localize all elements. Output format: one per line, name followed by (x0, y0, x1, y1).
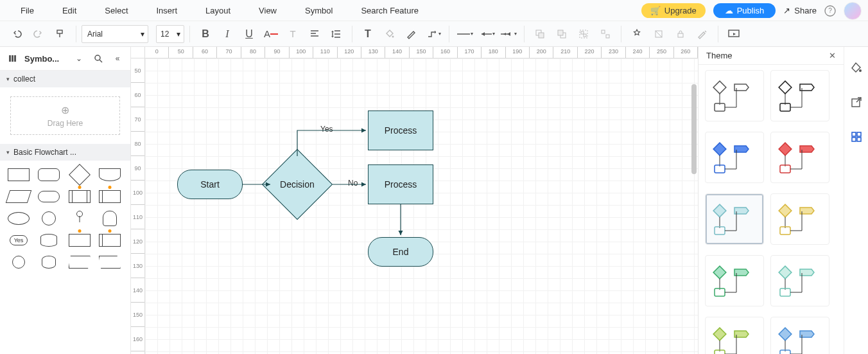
settings-tool-button[interactable] (692, 24, 713, 44)
presentation-button[interactable] (724, 24, 744, 44)
shape-internal-storage[interactable] (98, 188, 122, 206)
shape-rounded-rectangle[interactable] (37, 166, 61, 184)
menu-select[interactable]: Select (91, 0, 142, 21)
shape-diamond[interactable] (67, 166, 92, 184)
menubar: File Edit Select Insert Layout View Symb… (0, 0, 868, 21)
theme-card[interactable] (770, 70, 829, 121)
theme-card[interactable] (770, 255, 829, 306)
menu-layout[interactable]: Layout (191, 0, 245, 21)
theme-card[interactable] (705, 317, 764, 354)
shape-person[interactable] (98, 209, 122, 227)
theme-card[interactable] (705, 255, 764, 306)
shape-actor[interactable] (67, 209, 92, 227)
theme-card[interactable] (705, 70, 764, 121)
section-basic-flowchart[interactable]: Basic Flowchart ... (0, 144, 130, 161)
shape-document[interactable] (98, 166, 122, 184)
menu-edit[interactable]: Edit (48, 0, 91, 21)
theme-card[interactable] (770, 193, 829, 245)
auto-beautify-button[interactable] (627, 24, 647, 44)
drawing-canvas[interactable]: Start Decision Process Process End Yes N… (145, 58, 698, 354)
shape-database[interactable] (37, 231, 61, 249)
paint-bucket-icon[interactable] (849, 60, 864, 75)
font-size-select[interactable]: 12 ▾ (156, 25, 184, 43)
shape-card[interactable] (67, 231, 92, 249)
canvas-area[interactable]: 0506070809010011012013014015016017018019… (131, 47, 698, 354)
export-icon[interactable] (849, 94, 864, 110)
to-front-button[interactable] (551, 24, 572, 44)
node-start[interactable]: Start (177, 170, 243, 199)
publish-button[interactable]: ☁ Publish (713, 3, 776, 18)
share-button[interactable]: ↗ Share (783, 6, 817, 15)
theme-card[interactable] (705, 193, 764, 245)
shape-connector[interactable] (6, 253, 31, 271)
menu-symbol[interactable]: Symbol (291, 0, 347, 21)
insert-text-button[interactable]: T (358, 24, 378, 44)
node-end[interactable]: End (368, 237, 433, 267)
lock-button[interactable] (670, 24, 691, 44)
share-icon: ↗ (783, 6, 790, 15)
shape-manual-operation[interactable] (98, 253, 122, 271)
shape-circle[interactable] (37, 209, 61, 227)
shape-rectangle[interactable] (6, 166, 31, 184)
font-color-button[interactable]: A (261, 24, 281, 44)
shape-direct-data[interactable] (37, 253, 61, 271)
close-icon[interactable]: ✕ (829, 51, 836, 60)
shape-ellipse[interactable] (6, 209, 31, 227)
theme-card[interactable] (770, 132, 829, 183)
line-color-button[interactable] (401, 24, 422, 44)
undo-button[interactable] (6, 24, 27, 44)
help-icon[interactable]: ? (824, 5, 836, 17)
shape-manual-input[interactable] (67, 253, 92, 271)
line-spacing-button[interactable] (326, 24, 347, 44)
theme-card[interactable] (770, 317, 829, 354)
shape-predefined-process[interactable] (67, 188, 92, 206)
canvas-vertical-scrollbar[interactable] (690, 58, 698, 213)
svg-rect-33 (713, 143, 726, 155)
upgrade-button[interactable]: 🛒 Upgrade (641, 3, 706, 18)
section-collect[interactable]: collect (0, 71, 130, 87)
line-weight-button[interactable]: ▾ (455, 24, 475, 44)
arrow-start-button[interactable]: ▾ (476, 24, 497, 44)
redo-button[interactable] (28, 24, 49, 44)
shape-terminator[interactable] (37, 188, 61, 206)
to-back-button[interactable] (530, 24, 550, 44)
align-button[interactable] (304, 24, 325, 44)
font-family-select[interactable]: Arial ▾ (82, 25, 148, 43)
ruler-h-tick: 80 (241, 47, 265, 58)
italic-button[interactable]: I (217, 24, 238, 44)
format-painter-button[interactable] (50, 24, 71, 44)
connector-style-button[interactable]: ▾ (423, 24, 444, 44)
shape-decision-label[interactable]: Yes (6, 231, 31, 249)
ruler-h-tick: 240 (626, 47, 650, 58)
collapse-panel-icon[interactable]: « (110, 51, 125, 66)
underline-button[interactable]: U (239, 24, 259, 44)
arrow-end-button[interactable]: ▾ (498, 24, 519, 44)
drag-here-box[interactable]: ⊕ Drag Here (10, 96, 120, 135)
apps-grid-icon[interactable] (849, 129, 864, 145)
svg-rect-30 (779, 81, 792, 94)
scroll-thumb[interactable] (691, 84, 697, 174)
bold-button[interactable]: B (195, 24, 216, 44)
menu-view[interactable]: View (245, 0, 291, 21)
shape-parallelogram[interactable] (6, 188, 31, 206)
avatar[interactable] (844, 2, 862, 20)
node-decision[interactable]: Decision (262, 149, 333, 220)
group-button[interactable] (573, 24, 594, 44)
node-process-1[interactable]: Process (368, 111, 433, 150)
ruler-v-tick: 80 (131, 132, 144, 156)
rotate-button[interactable] (648, 24, 669, 44)
menu-insert[interactable]: Insert (143, 0, 192, 21)
chevron-down-icon[interactable]: ⌄ (71, 51, 87, 66)
node-process-2[interactable]: Process (368, 164, 433, 204)
ruler-v-tick: 70 (131, 107, 144, 132)
shape-header-card[interactable] (98, 231, 122, 249)
menu-search-feature[interactable]: Search Feature (347, 0, 433, 21)
svg-text:?: ? (828, 7, 832, 14)
ungroup-button[interactable] (595, 24, 616, 44)
text-style-button[interactable]: T (282, 24, 303, 44)
theme-card[interactable] (705, 132, 764, 183)
menu-file[interactable]: File (6, 0, 48, 21)
workspace: Symbo... ⌄ « collect ⊕ Drag Here Basic F… (0, 47, 868, 354)
search-icon[interactable] (91, 51, 106, 66)
fill-color-button[interactable] (379, 24, 400, 44)
